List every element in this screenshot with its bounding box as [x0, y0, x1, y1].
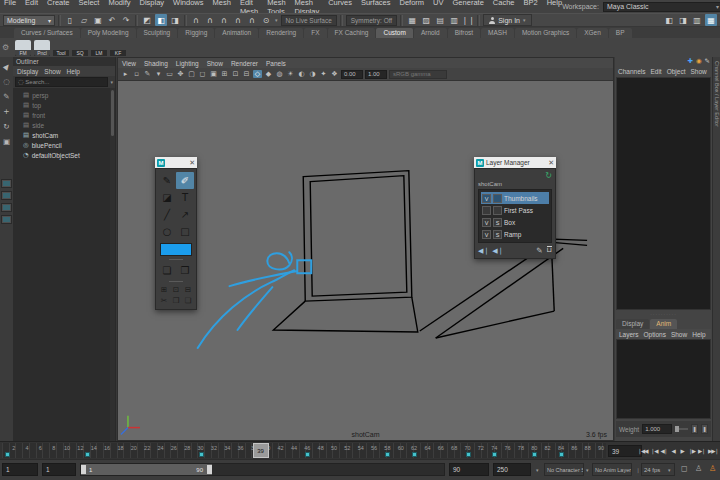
- viewport-menu[interactable]: Renderer: [231, 60, 258, 67]
- shelf-tab[interactable]: Animation: [215, 28, 258, 38]
- four-pane-layout-button[interactable]: [1, 191, 12, 200]
- select-camera-icon[interactable]: ▸: [121, 70, 130, 78]
- duplicate-frame-icon[interactable]: ❏: [158, 262, 176, 279]
- gamma-field[interactable]: 1.00: [365, 70, 387, 79]
- play-backwards-button[interactable]: ◀: [669, 445, 677, 457]
- layer-editor-tab[interactable]: Anim: [650, 319, 677, 329]
- pause-viewport-icon[interactable]: ❘❘: [462, 14, 474, 26]
- outliner-menu[interactable]: Show: [44, 68, 60, 75]
- go-to-end-button[interactable]: ▶▶❘: [707, 445, 719, 457]
- keyframe-tick[interactable]: [532, 452, 537, 457]
- shelf-button[interactable]: FM: [15, 40, 31, 56]
- keyframe-tick[interactable]: [305, 452, 310, 457]
- time-slider[interactable]: 2468101214161820222426283032343638404244…: [2, 443, 606, 458]
- animation-start-field[interactable]: 1: [2, 463, 38, 476]
- shelf-tab[interactable]: BP: [609, 28, 632, 38]
- shadows-icon[interactable]: ◐: [297, 70, 306, 78]
- shelf-tab[interactable]: Rigging: [178, 28, 214, 38]
- field-chart-icon[interactable]: ⊞: [220, 70, 229, 78]
- viewport-menu[interactable]: View: [122, 60, 136, 67]
- render-sequence-icon[interactable]: ▤: [434, 14, 446, 26]
- edit-channels-icon[interactable]: ✎: [705, 57, 710, 66]
- make-live-icon[interactable]: ⊙: [260, 14, 272, 26]
- outliner-item[interactable]: ▤ front: [13, 110, 110, 120]
- persp-outliner-layout-button[interactable]: [1, 203, 12, 212]
- modeling-toolkit-toggle-icon[interactable]: ◧: [663, 14, 675, 26]
- layer-editor-menu[interactable]: Options: [644, 331, 666, 338]
- textured-icon[interactable]: ◍: [275, 70, 284, 78]
- keyframe-tick[interactable]: [412, 452, 417, 457]
- shelf-options-gear-icon[interactable]: ⚙: [2, 43, 12, 52]
- new-scene-icon[interactable]: ▯: [64, 14, 76, 26]
- chevron-down-icon[interactable]: ▾: [668, 467, 671, 473]
- chevron-down-icon[interactable]: ▾: [275, 17, 278, 23]
- new-layer-pencil-icon[interactable]: ✎: [536, 246, 542, 255]
- outliner-item[interactable]: ▤ side: [13, 120, 110, 130]
- brush-tool-icon[interactable]: ✐: [176, 172, 194, 189]
- cut-frames-icon[interactable]: ✂: [158, 295, 170, 306]
- layer-row[interactable]: V S Box: [481, 216, 549, 228]
- animation-preferences-icon[interactable]: ♙: [709, 464, 716, 473]
- wireframe-icon[interactable]: ◇: [253, 70, 262, 78]
- add-frame-icon[interactable]: ⊞: [158, 284, 170, 295]
- shelf-tab[interactable]: Poly Modeling: [81, 28, 136, 38]
- step-forward-frame-button[interactable]: ❘▶: [687, 445, 696, 457]
- refresh-icon[interactable]: ↻: [478, 171, 552, 181]
- safe-action-icon[interactable]: ⊡: [231, 70, 240, 78]
- workspace-dropdown[interactable]: Maya Classic ▾: [603, 2, 720, 12]
- snap-view-plane-icon[interactable]: ∩: [246, 14, 258, 26]
- camera-attributes-icon[interactable]: ✎: [143, 70, 152, 78]
- shelf-tab[interactable]: Bifrost: [448, 28, 480, 38]
- keyframe-tick[interactable]: [492, 452, 497, 457]
- snap-curve-icon[interactable]: ∩: [204, 14, 216, 26]
- merge-layer-up-icon[interactable]: ◀❘: [478, 247, 489, 255]
- gate-mask-icon[interactable]: ▣: [209, 70, 218, 78]
- keyframe-tick[interactable]: [559, 452, 564, 457]
- bookmark-icon[interactable]: ▾: [154, 70, 163, 78]
- step-back-frame-button[interactable]: ◀❘: [659, 445, 668, 457]
- lasso-tool-icon[interactable]: ◌: [1, 76, 12, 87]
- image-plane-icon[interactable]: ▭: [165, 70, 174, 78]
- layer-row[interactable]: V Thumbnails: [481, 192, 549, 204]
- color-swatch[interactable]: [160, 243, 192, 256]
- paste-frames-icon[interactable]: ❏: [182, 295, 194, 306]
- outliner-menu[interactable]: Display: [17, 68, 38, 75]
- save-scene-icon[interactable]: ▣: [92, 14, 104, 26]
- character-set-dropdown[interactable]: No Character Set: [544, 463, 584, 476]
- outliner-item[interactable]: ◔ defaultObjectSet: [13, 150, 110, 160]
- lock-camera-icon[interactable]: ▫: [132, 70, 141, 78]
- shelf-tab[interactable]: Curves / Surfaces: [14, 28, 80, 38]
- play-forwards-button[interactable]: ▶: [678, 445, 686, 457]
- close-icon[interactable]: ✕: [189, 159, 195, 167]
- shelf-button[interactable]: SQ: [72, 40, 88, 56]
- viewport-menu[interactable]: Lighting: [176, 60, 199, 67]
- outliner-scrollbar[interactable]: [110, 88, 115, 441]
- shelf-button[interactable]: LM: [91, 40, 107, 56]
- rectangle-tool-icon[interactable]: □: [176, 223, 194, 240]
- shelf-tab[interactable]: Custom: [376, 28, 412, 38]
- anim-layer-list[interactable]: [616, 339, 711, 419]
- select-component-icon[interactable]: ◨: [169, 14, 181, 26]
- speed-ramp-icon[interactable]: ◉: [696, 57, 702, 66]
- keyframe-tick[interactable]: [466, 452, 471, 457]
- layer-visibility-checkbox[interactable]: [482, 206, 491, 215]
- resolution-gate-icon[interactable]: ◻: [198, 70, 207, 78]
- move-tool-icon[interactable]: +: [1, 106, 12, 117]
- viewport-menu[interactable]: Panels: [266, 60, 286, 67]
- preferences-character-icon[interactable]: ♙: [695, 464, 702, 473]
- hypershade-layout-button[interactable]: [1, 215, 12, 224]
- line-tool-icon[interactable]: ╱: [158, 206, 176, 223]
- chevron-down-icon[interactable]: ▾: [586, 467, 589, 473]
- range-start-handle[interactable]: [81, 465, 86, 474]
- manipulator-icon[interactable]: ✚: [687, 57, 692, 66]
- speech-bubble-icon[interactable]: ◻: [681, 464, 688, 473]
- open-scene-icon[interactable]: ▱: [78, 14, 90, 26]
- menu-set-dropdown[interactable]: Modeling ▾: [3, 15, 55, 26]
- motion-blur-icon[interactable]: ✦: [319, 70, 328, 78]
- layer-manager-titlebar[interactable]: M Layer Manager ✕: [474, 157, 556, 168]
- go-to-start-button[interactable]: ❘◀◀: [636, 445, 648, 457]
- layer-editor-tab[interactable]: Display: [616, 319, 649, 329]
- search-input[interactable]: ◌ Search...: [15, 77, 108, 87]
- live-surface-field[interactable]: No Live Surface: [281, 15, 337, 26]
- pane-resize-handle[interactable]: ··········: [616, 312, 711, 317]
